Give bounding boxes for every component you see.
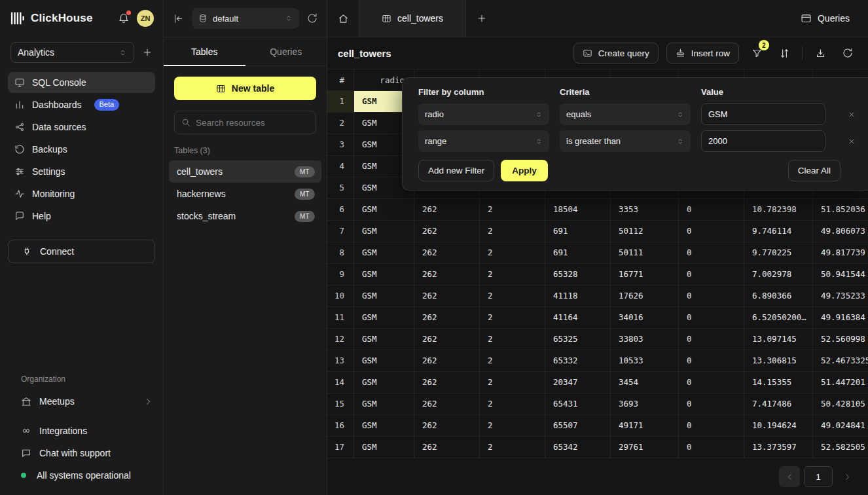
next-page-button[interactable]	[837, 466, 858, 487]
sidebar-item-dashboards[interactable]: Dashboards Beta	[8, 94, 155, 115]
table-cell[interactable]: GSM	[354, 437, 414, 458]
table-cell[interactable]: 41118	[545, 285, 611, 306]
search-input[interactable]	[196, 118, 309, 128]
table-item-cell-towers[interactable]: cell_towers MT	[169, 160, 321, 183]
prev-page-button[interactable]	[779, 466, 800, 487]
table-cell[interactable]: 50.428105	[813, 394, 868, 414]
table-row[interactable]: 9 GSM 262 2 65328 16771 0 7.002978 50.94…	[327, 264, 868, 285]
table-cell[interactable]: 0	[679, 372, 744, 393]
table-cell[interactable]: 65332	[545, 350, 611, 371]
table-cell[interactable]: 49.735233	[813, 285, 868, 306]
table-cell[interactable]: 0	[679, 264, 744, 285]
apply-button[interactable]: Apply	[501, 160, 548, 181]
remove-filter-button[interactable]	[845, 108, 858, 121]
table-cell[interactable]: 20347	[545, 372, 611, 393]
table-cell[interactable]: 65328	[545, 264, 611, 285]
table-cell[interactable]: GSM	[354, 307, 414, 328]
table-cell[interactable]: 262	[414, 285, 480, 306]
table-cell[interactable]: 50112	[611, 221, 679, 242]
collapse-sidebar-icon[interactable]	[173, 13, 184, 24]
sidebar-item-backups[interactable]: Backups	[8, 139, 155, 160]
sidebar-item-monitoring[interactable]: Monitoring	[8, 183, 155, 204]
filter-column-select[interactable]: range	[418, 130, 549, 152]
workspace-selector[interactable]: Analytics	[10, 42, 134, 63]
table-cell[interactable]: 52.582505	[813, 437, 868, 458]
filter-criteria-select[interactable]: is greater than	[560, 130, 691, 152]
sort-button[interactable]	[774, 43, 794, 63]
tab-tables[interactable]: Tables	[164, 37, 245, 65]
table-cell[interactable]: 29761	[611, 437, 679, 458]
filter-button[interactable]: 2	[747, 43, 767, 63]
add-tab-button[interactable]	[466, 0, 497, 37]
table-cell[interactable]: 2	[480, 437, 545, 458]
add-filter-button[interactable]: Add new Filter	[418, 160, 494, 181]
table-cell[interactable]: 2	[480, 285, 545, 306]
clear-all-button[interactable]: Clear All	[788, 160, 841, 181]
table-cell[interactable]: 9.770225	[744, 242, 813, 263]
table-cell[interactable]: 3353	[611, 199, 679, 220]
table-cell[interactable]: GSM	[354, 199, 414, 220]
table-row[interactable]: 10 GSM 262 2 41118 17626 0 6.890366 49.7…	[327, 285, 868, 307]
table-cell[interactable]: 691	[545, 242, 611, 263]
filter-value-input[interactable]	[701, 130, 825, 152]
sidebar-item-sql-console[interactable]: SQL Console	[8, 72, 155, 93]
table-cell[interactable]: 262	[414, 394, 480, 414]
table-cell[interactable]: 51.447201	[813, 372, 868, 393]
chat-support-link[interactable]: Chat with support	[21, 444, 153, 462]
table-cell[interactable]: 3693	[611, 394, 679, 414]
table-cell[interactable]: 0	[679, 285, 744, 306]
table-cell[interactable]: 13.373597	[744, 437, 813, 458]
sidebar-item-settings[interactable]: Settings	[8, 161, 155, 182]
table-cell[interactable]: 9.746114	[744, 221, 813, 242]
table-row[interactable]: 11 GSM 262 2 41164 34016 0 6.52050200… 4…	[327, 307, 868, 329]
table-cell[interactable]: 262	[414, 415, 480, 436]
table-cell[interactable]: 65342	[545, 437, 611, 458]
table-cell[interactable]: 262	[414, 221, 480, 242]
search-resources[interactable]	[174, 111, 316, 134]
table-cell[interactable]: 49171	[611, 415, 679, 436]
connect-button[interactable]: Connect	[8, 240, 155, 263]
table-item-stocks-stream[interactable]: stocks_stream MT	[169, 205, 321, 227]
table-cell[interactable]: 2	[480, 329, 545, 350]
table-cell[interactable]: GSM	[354, 329, 414, 350]
table-cell[interactable]: GSM	[354, 394, 414, 414]
table-cell[interactable]: 51.852036	[813, 199, 868, 220]
table-cell[interactable]: GSM	[354, 350, 414, 371]
filter-column-select[interactable]: radio	[418, 103, 549, 125]
table-cell[interactable]: 49.817739	[813, 242, 868, 263]
page-number[interactable]: 1	[804, 466, 833, 487]
table-cell[interactable]: GSM	[354, 372, 414, 393]
table-item-hackernews[interactable]: hackernews MT	[169, 183, 321, 205]
table-cell[interactable]: 2	[480, 307, 545, 328]
refresh-icon[interactable]	[307, 13, 317, 24]
table-cell[interactable]: 0	[679, 242, 744, 263]
table-cell[interactable]: GSM	[354, 264, 414, 285]
table-cell[interactable]: GSM	[354, 221, 414, 242]
table-cell[interactable]: 262	[414, 199, 480, 220]
add-workspace-button[interactable]	[142, 47, 153, 58]
table-cell[interactable]: 34016	[611, 307, 679, 328]
table-cell[interactable]: GSM	[354, 285, 414, 306]
table-cell[interactable]: 41164	[545, 307, 611, 328]
table-row[interactable]: 14 GSM 262 2 20347 3454 0 14.15355 51.44…	[327, 372, 868, 394]
table-cell[interactable]: 0	[679, 415, 744, 436]
tab-cell-towers[interactable]: cell_towers	[359, 0, 466, 37]
filter-value-input[interactable]	[701, 103, 825, 125]
table-cell[interactable]: 262	[414, 242, 480, 263]
table-cell[interactable]: 49.024841	[813, 415, 868, 436]
new-table-button[interactable]: New table	[174, 77, 316, 100]
table-cell[interactable]: 262	[414, 372, 480, 393]
table-cell[interactable]: 2	[480, 372, 545, 393]
table-cell[interactable]: GSM	[354, 242, 414, 263]
table-cell[interactable]: 52.560998	[813, 329, 868, 350]
column-header[interactable]: #	[327, 69, 354, 90]
table-row[interactable]: 6 GSM 262 2 18504 3353 0 10.782398 51.85…	[327, 199, 868, 221]
table-row[interactable]: 7 GSM 262 2 691 50112 0 9.746114 49.8060…	[327, 221, 868, 242]
sidebar-item-meetups[interactable]: Meetups	[0, 390, 163, 412]
table-cell[interactable]: 3454	[611, 372, 679, 393]
sidebar-item-data-sources[interactable]: Data sources	[8, 117, 155, 138]
table-cell[interactable]: 13.306815	[744, 350, 813, 371]
table-cell[interactable]: 10.782398	[744, 199, 813, 220]
table-cell[interactable]: 2	[480, 199, 545, 220]
integrations-link[interactable]: Integrations	[21, 422, 153, 440]
